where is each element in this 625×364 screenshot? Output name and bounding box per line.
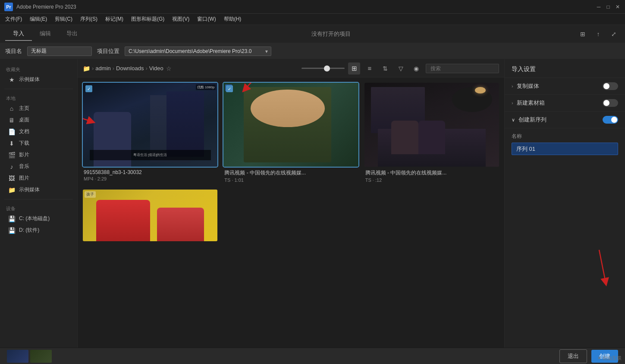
right-panel-title: 导入设置 <box>505 59 625 78</box>
media-thumb-1[interactable]: 粤语生活 [低语]的生活 优酷 1080p <box>83 83 217 167</box>
chevron-copy-icon: › <box>512 84 513 89</box>
breadcrumb-downloads[interactable]: Downloads <box>116 65 144 72</box>
grid-area: 粤语生活 [低语]的生活 优酷 1080p <box>78 78 504 348</box>
list-view-button[interactable]: ≡ <box>364 62 376 75</box>
toggle-new-bin[interactable] <box>603 99 618 107</box>
menu-sequence[interactable]: 序列(S) <box>77 15 101 24</box>
tab-export[interactable]: 导出 <box>59 27 85 41</box>
project-name-input[interactable] <box>27 47 92 56</box>
thumb-bg-element-1 <box>166 91 204 157</box>
menu-edit[interactable]: 编辑(E) <box>26 15 50 24</box>
main-layout: 收藏夹 ★ 示例媒体 本地 ⌂ 主页 🖥 桌面 📄 文档 ⬇ 下载 🎬 影片 ♪ <box>0 59 625 348</box>
red-arrow-create <box>582 246 616 289</box>
sidebar: 收藏夹 ★ 示例媒体 本地 ⌂ 主页 🖥 桌面 📄 文档 ⬇ 下载 🎬 影片 ♪ <box>0 59 78 348</box>
title-text: Adobe Premiere Pro 2023 <box>16 4 596 10</box>
media-title-3: 腾讯视频 - 中国领先的在线视频媒... <box>365 169 498 177</box>
sidebar-section-devices: 设备 <box>0 203 77 213</box>
close-button[interactable]: ✕ <box>615 4 621 10</box>
svg-line-2 <box>599 250 606 282</box>
sequence-name-section: 名称 <box>505 128 625 159</box>
toolbar-title: 没有打开的项目 <box>85 30 577 38</box>
expand-icon[interactable]: ⤢ <box>608 28 620 40</box>
menu-help[interactable]: 帮助(H) <box>220 15 245 24</box>
sidebar-label-movies: 影片 <box>19 151 29 159</box>
sidebar-item-desktop[interactable]: 🖥 桌面 <box>2 114 75 126</box>
breadcrumb-star-icon[interactable]: ☆ <box>166 65 172 72</box>
media-info-3: 腾讯视频 - 中国领先的在线视频媒... TS · :12 <box>364 167 499 184</box>
maximize-button[interactable]: □ <box>605 4 611 10</box>
tab-edit[interactable]: 编辑 <box>32 27 59 41</box>
chevron-seq-icon: ∨ <box>512 117 515 123</box>
media-meta-2: TS · 1:01 <box>224 177 357 183</box>
menu-graphics[interactable]: 图形和标题(G) <box>128 15 168 24</box>
media-meta-3: TS · :12 <box>365 177 498 183</box>
sidebar-section-favorites: 收藏夹 <box>0 64 77 74</box>
settings-label-bin: 新建素材箱 <box>517 99 545 107</box>
sidebar-label-home: 主页 <box>19 105 29 112</box>
menu-marker[interactable]: 标记(M) <box>102 15 127 24</box>
zoom-slider[interactable] <box>302 68 345 69</box>
app-icon: Pr <box>4 3 13 11</box>
media-thumb-4[interactable]: 孩子 <box>83 190 217 241</box>
sidebar-item-home[interactable]: ⌂ 主页 <box>2 103 75 114</box>
sidebar-item-movies[interactable]: 🎬 影片 <box>2 149 75 161</box>
sidebar-item-sample-media-fav[interactable]: ★ 示例媒体 <box>2 74 75 85</box>
project-location-select[interactable]: C:\Users\admin\Documents\Adobe\Premiere … <box>125 47 271 56</box>
media-card-4[interactable]: 孩子 <box>83 190 217 241</box>
minimize-button[interactable]: ─ <box>596 4 602 10</box>
breadcrumb-sep-1: › <box>92 65 94 72</box>
chevron-bin-icon: › <box>512 100 513 106</box>
cancel-button[interactable]: 退出 <box>559 349 587 363</box>
media-card-3[interactable]: 腾讯视频 - 中国领先的在线视频媒... TS · :12 <box>364 83 499 184</box>
thumb-checkbox-1[interactable] <box>85 85 92 92</box>
filter-button[interactable]: ▽ <box>395 62 407 75</box>
breadcrumb-admin[interactable]: admin <box>95 65 110 72</box>
upload-icon[interactable]: ↑ <box>592 28 604 40</box>
thumb-subtitle-1: 粤语生活 [低语]的生活 <box>90 150 211 160</box>
sidebar-item-documents[interactable]: 📄 文档 <box>2 126 75 137</box>
sidebar-label-sample-local: 示例媒体 <box>19 186 40 193</box>
menu-file[interactable]: 文件(F) <box>2 15 25 24</box>
tab-import[interactable]: 导入 <box>5 27 32 41</box>
sort-button[interactable]: ⇅ <box>379 62 391 75</box>
search-input[interactable] <box>426 64 499 73</box>
toggle-copy-media[interactable] <box>603 82 618 90</box>
thumb-label-4: 孩子 <box>85 191 96 198</box>
drive-c-icon: 💾 <box>8 215 16 222</box>
media-card-2[interactable]: 企 <box>223 83 358 184</box>
media-card-1[interactable]: 粤语生活 [低语]的生活 优酷 1080p <box>83 83 217 184</box>
sidebar-item-drive-d[interactable]: 💾 D: (软件) <box>2 224 75 236</box>
sidebar-item-sample-media-local[interactable]: 📁 示例媒体 <box>2 184 75 196</box>
project-bar: 项目名 项目位置 C:\Users\admin\Documents\Adobe\… <box>0 43 625 59</box>
thumb-checkbox-2[interactable] <box>226 85 233 92</box>
sidebar-item-downloads[interactable]: ⬇ 下载 <box>2 137 75 149</box>
title-bar: Pr Adobe Premiere Pro 2023 ─ □ ✕ <box>0 0 625 14</box>
sidebar-item-music[interactable]: ♪ 音乐 <box>2 161 75 172</box>
sequence-name-input[interactable] <box>512 143 618 155</box>
home-nav-icon: ⌂ <box>8 105 16 112</box>
breadcrumb-video[interactable]: Video <box>149 65 163 72</box>
grid-view-button[interactable]: ⊞ <box>348 62 360 75</box>
thumb-child2-4 <box>157 208 204 241</box>
sidebar-label-drive-c: C: (本地磁盘) <box>19 215 50 222</box>
media-thumb-3[interactable] <box>364 83 499 167</box>
sidebar-item-drive-c[interactable]: 💾 C: (本地磁盘) <box>2 213 75 224</box>
breadcrumb-folder-icon[interactable]: 📁 <box>83 65 90 72</box>
menu-view[interactable]: 视图(V) <box>169 15 193 24</box>
thumb-visual-2: 企 <box>223 83 358 167</box>
visibility-button[interactable]: ◉ <box>410 62 422 75</box>
thumb-head-2 <box>251 90 325 128</box>
settings-label-sequence: 创建新序列 <box>518 116 546 124</box>
menu-clip[interactable]: 剪辑(C) <box>51 15 76 24</box>
home-icon[interactable]: ⊞ <box>577 28 589 40</box>
sidebar-divider-2 <box>4 199 73 199</box>
menu-window[interactable]: 窗口(W) <box>194 15 219 24</box>
media-thumb-2[interactable]: 企 <box>223 83 358 167</box>
toggle-create-sequence[interactable] <box>603 116 618 124</box>
sidebar-section-local: 本地 <box>0 93 77 103</box>
thumb-lamp-3 <box>475 87 486 94</box>
content-toolbar: 📁 › admin › Downloads › Video ☆ ⊞ ≡ ⇅ ▽ … <box>78 59 504 78</box>
settings-row-create-sequence: ∨ 创建新序列 <box>505 112 625 128</box>
sidebar-item-pictures[interactable]: 🖼 图片 <box>2 172 75 184</box>
sidebar-label-drive-d: D: (软件) <box>19 227 39 234</box>
